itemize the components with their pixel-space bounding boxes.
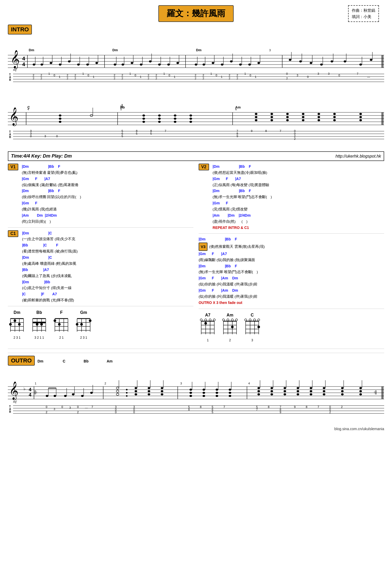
svg-point-410 xyxy=(341,390,344,392)
title-area: 羅文：幾許風雨 作曲：秋世鎬 填詞：小美 xyxy=(8,5,384,22)
svg-point-184 xyxy=(255,116,257,118)
svg-text:2: 2 xyxy=(229,74,230,77)
svg-text:2: 2 xyxy=(203,77,204,80)
svg-text:𝄞: 𝄞 xyxy=(9,382,18,400)
svg-point-395 xyxy=(284,393,286,395)
svg-text:1: 1 xyxy=(48,72,50,75)
svg-text:𝄆: 𝄆 xyxy=(35,390,37,395)
svg-text:2: 2 xyxy=(114,74,115,77)
svg-point-393 xyxy=(284,387,286,389)
svg-rect-246 xyxy=(33,322,46,323)
svg-point-199 xyxy=(333,116,336,118)
chord-bb: Bb xyxy=(30,310,48,339)
svg-point-350 xyxy=(116,387,119,389)
svg-point-397 xyxy=(297,387,299,389)
svg-point-409 xyxy=(341,387,344,389)
svg-text:B: B xyxy=(9,410,11,413)
v3-chord-3: |Dm |Bb F xyxy=(199,263,384,269)
svg-point-358 xyxy=(135,390,137,392)
svg-point-379 xyxy=(216,395,218,397)
svg-point-381 xyxy=(229,389,231,391)
svg-point-248 xyxy=(40,323,43,326)
v2-chord-4: |Gm F xyxy=(213,200,272,206)
svg-text:7: 7 xyxy=(91,405,93,408)
c1-chord-2: |Bb |C F xyxy=(22,242,78,249)
svg-point-201 xyxy=(359,113,362,115)
v1-chord-1: |Dm |Bb F xyxy=(22,164,81,170)
svg-text:0: 0 xyxy=(307,75,309,78)
svg-text:B: B xyxy=(9,136,11,139)
c1-lyric-3: (身)處高峰 嚐盡雨綠 (輕)風的加冕 xyxy=(22,261,78,267)
svg-text:2: 2 xyxy=(67,74,68,77)
svg-point-175 xyxy=(158,118,161,120)
chord-a7-grid xyxy=(199,319,217,337)
svg-point-172 xyxy=(142,118,145,120)
v1-block: V1 |Dm |Bb F (無)言輕倚窗邊 凝望(雨)夢念也(亂) |Gm F … xyxy=(8,164,193,225)
svg-point-352 xyxy=(116,393,119,395)
svg-text:2: 2 xyxy=(148,74,149,77)
c1-lyric-4: (偶)爾踹上了急風 (步)伐未凌亂 xyxy=(22,273,78,279)
svg-point-386 xyxy=(257,390,260,392)
svg-point-55 xyxy=(176,62,179,64)
svg-point-82 xyxy=(331,60,333,62)
svg-point-308 xyxy=(257,326,260,328)
chord-a7-name: A7 xyxy=(199,313,217,318)
svg-text:Dm: Dm xyxy=(112,48,118,52)
v3-pre-chord: |Dm |Bb F xyxy=(199,236,384,243)
svg-point-84 xyxy=(344,60,346,62)
intro-label: INTRO xyxy=(8,25,32,34)
svg-text:1: 1 xyxy=(221,75,222,78)
chord-c: C xyxy=(243,313,261,342)
chord-c-grid xyxy=(243,319,261,337)
svg-text:3: 3 xyxy=(328,72,330,75)
v3-content: |Dm |Bb F V3 (倏)然推窗觀天 雲漸(散)去星再(現) |Gm F … xyxy=(199,236,384,306)
v3-chord-2: |Gm F |A7 xyxy=(199,251,384,257)
outro-section: OUTRO Dm C Bb Am 𝄞 ♭ 4 4 xyxy=(8,353,384,424)
svg-point-415 xyxy=(359,393,362,395)
svg-text:3: 3 xyxy=(180,382,182,385)
svg-text:𝄇: 𝄇 xyxy=(120,103,123,109)
chord-dm-grid xyxy=(8,316,26,334)
svg-text:1: 1 xyxy=(255,75,256,78)
svg-text:4: 4 xyxy=(29,392,31,397)
svg-text:2: 2 xyxy=(286,77,288,80)
chord-diagrams-left: Dm 2 3 1 xyxy=(8,310,193,339)
svg-point-414 xyxy=(359,390,362,392)
svg-point-285 xyxy=(231,319,233,321)
svg-point-362 xyxy=(148,390,150,392)
svg-point-191 xyxy=(286,119,289,121)
svg-point-194 xyxy=(302,119,304,121)
svg-point-202 xyxy=(359,116,362,118)
svg-point-39 xyxy=(95,62,98,64)
svg-point-272 xyxy=(209,319,211,321)
svg-text:2: 2 xyxy=(122,77,123,80)
svg-point-203 xyxy=(359,119,362,121)
svg-point-383 xyxy=(229,395,231,397)
svg-text:3: 3 xyxy=(54,407,55,411)
svg-point-387 xyxy=(257,393,260,395)
v3-lyric-4: (似)你的臉 (叫)我溫暖 (伴)著我(步)前 xyxy=(199,281,384,287)
svg-text:1: 1 xyxy=(140,75,141,78)
svg-point-270 xyxy=(200,319,202,321)
svg-text:0: 0 xyxy=(115,411,117,414)
v1-lyric-5: (吃)立到目(前)( ) xyxy=(22,219,81,225)
svg-text:4: 4 xyxy=(22,61,25,67)
svg-text:7: 7 xyxy=(280,129,281,132)
svg-point-178 xyxy=(174,118,176,120)
svg-point-351 xyxy=(116,390,119,392)
svg-text:0: 0 xyxy=(216,74,217,77)
svg-point-31 xyxy=(59,64,61,66)
v3-lyric-1: (倏)然推窗觀天 雲漸(散)去星再(現) xyxy=(209,244,265,250)
svg-point-51 xyxy=(158,64,161,66)
composer-credit: 作曲：秋世鎬 xyxy=(352,7,375,14)
svg-text:7: 7 xyxy=(165,129,166,132)
v1-chord-5: |Am Dm |2/4Dm xyxy=(22,212,81,219)
svg-point-374 xyxy=(203,392,205,394)
svg-point-47 xyxy=(140,64,142,66)
v1-lyric-1: (無)言輕倚窗邊 凝望(雨)夢念也(亂) xyxy=(22,170,81,176)
svg-text:9: 9 xyxy=(237,135,238,138)
left-column: V1 |Dm |Bb F (無)言輕倚窗邊 凝望(雨)夢念也(亂) |Gm F … xyxy=(8,164,193,346)
svg-text:2: 2 xyxy=(155,77,157,80)
svg-point-357 xyxy=(135,387,137,389)
v2-chord-1: |Dm |Bb F xyxy=(213,164,272,170)
